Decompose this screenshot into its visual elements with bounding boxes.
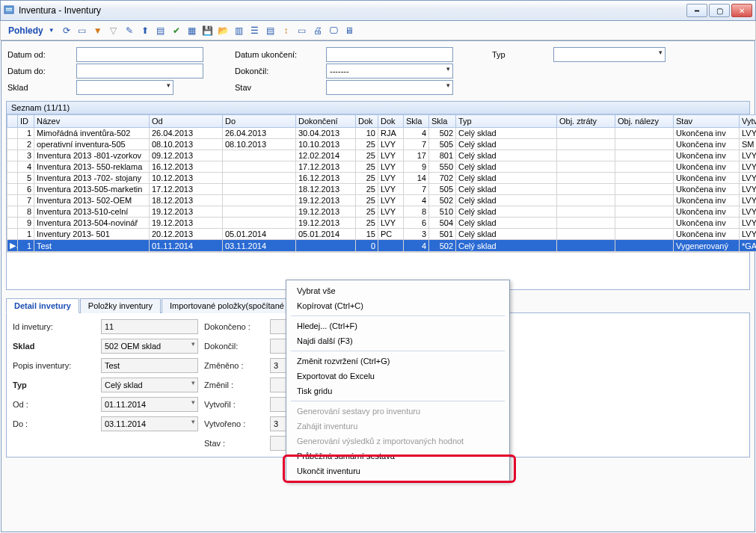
typ-detail-combo[interactable] [101, 378, 198, 392]
data-table[interactable]: IDNázevOdDoDokončeníDokDokSklaSklaTypObj… [7, 114, 756, 252]
label-sklad: Sklad [7, 83, 28, 92]
label-dokoncil: Dokončil: [235, 67, 268, 76]
label-popis: Popis inventury: [13, 361, 95, 370]
stav-combo[interactable] [326, 80, 453, 95]
table-row[interactable]: 5Inventura 2013 -702- stojany10.12.20131… [7, 173, 757, 184]
monitor-icon[interactable]: 🖥 [342, 24, 356, 37]
sort-icon[interactable]: ↕ [280, 24, 293, 37]
label-vytvoreno: Vytvořeno : [204, 419, 264, 428]
check-icon[interactable]: ✔ [170, 24, 183, 37]
col-header[interactable]: Dok [356, 115, 378, 128]
insert-icon[interactable]: ⬆ [138, 24, 152, 37]
table-row[interactable]: 7Inventura 2013- 502-OEM18.12.201319.12.… [7, 195, 757, 206]
preview-icon[interactable]: 🖵 [327, 24, 340, 37]
col-header[interactable]: Obj. ztráty [557, 115, 615, 128]
label-typ: Typ [492, 50, 505, 59]
label-typ-detail: Typ [13, 381, 95, 389]
window-title: Inventura - Inventury [19, 5, 101, 16]
col-header[interactable]: Obj. nálezy [615, 115, 674, 128]
titlebar: Inventura - Inventury ━ ▢ ✕ [0, 0, 756, 21]
table-row[interactable]: ▶ 1Test01.11.201403.11.2014 04502 Celý s… [7, 240, 757, 252]
edit-icon[interactable]: ✎ [123, 24, 136, 37]
doc-icon[interactable]: ▤ [154, 24, 168, 37]
label-vytvoril: Vytvořil : [204, 400, 264, 409]
table-row[interactable]: 9Inventura 2013-504-novinář19.12.201319.… [7, 218, 757, 229]
table-row[interactable]: 1Inventury 2013- 50120.12.201305.01.2014… [7, 229, 757, 240]
col-header[interactable]: Od [150, 115, 223, 128]
col-header[interactable]: Dokončení [296, 115, 356, 128]
grid: Seznam (11/11) IDNázevOdDoDokončeníDokDo… [6, 101, 750, 290]
col-header[interactable]: Vytv [740, 115, 757, 128]
rows-icon[interactable]: ☰ [248, 24, 262, 37]
do-detail-field[interactable] [101, 416, 198, 431]
ctx-tisk-gridu[interactable]: Tisk gridu [286, 383, 509, 398]
datum-ukonceni-input[interactable] [326, 47, 453, 62]
maximize-button[interactable]: ▢ [709, 4, 730, 17]
id-inventury-field[interactable] [101, 319, 198, 334]
datum-do-input[interactable] [76, 64, 203, 78]
minimize-button[interactable]: ━ [686, 4, 707, 17]
col-header[interactable]: Do [223, 115, 296, 128]
grid-title: Seznam (11/11) [7, 102, 749, 114]
save-icon[interactable]: 💾 [201, 24, 215, 37]
open-icon[interactable]: 📂 [217, 24, 230, 37]
filter-icon[interactable]: ▼ [91, 24, 105, 37]
label-stav-detail: Stav : [204, 439, 264, 448]
dokoncil-combo[interactable] [326, 64, 453, 78]
col-header[interactable]: ID [18, 115, 34, 128]
svg-rect-2 [6, 10, 12, 10]
sklad-combo[interactable] [76, 80, 173, 95]
table-row[interactable]: 8Inventura 2013-510-celní19.12.201319.12… [7, 206, 757, 218]
tab-detail[interactable]: Detail invetury [6, 298, 79, 313]
col-header[interactable]: Typ [456, 115, 557, 128]
table-row[interactable]: 4Inventura 2013- 550-reklama16.12.201317… [7, 161, 757, 173]
ctx-hledej[interactable]: Hledej... (Ctrl+F) [286, 318, 509, 333]
label-stav: Stav [235, 83, 251, 92]
views-menu[interactable]: Pohledy [5, 24, 46, 37]
print-icon[interactable]: 🖨 [311, 24, 325, 37]
table-row[interactable]: 6Inventura 2013-505-marketin17.12.201318… [7, 184, 757, 195]
label-zmeneno: Změněno : [204, 361, 264, 370]
ctx-export-excel[interactable]: Exportovat do Excelu [286, 369, 509, 383]
sklad-detail-combo[interactable] [101, 339, 198, 354]
label-od-detail: Od : [13, 400, 95, 409]
tab-import[interactable]: Importované položky(spočítané [162, 298, 292, 313]
col-header[interactable]: Stav [674, 115, 740, 128]
card-icon[interactable]: ▭ [295, 24, 309, 37]
ctx-najdi-dalsi[interactable]: Najdi další (F3) [286, 333, 509, 348]
funnel-icon[interactable]: ▽ [107, 24, 120, 37]
col-header[interactable]: Dok [378, 115, 404, 128]
close-button[interactable]: ✕ [731, 4, 752, 17]
typ-combo[interactable] [553, 47, 666, 62]
refresh-icon[interactable]: ⟳ [60, 24, 73, 37]
od-detail-field[interactable] [101, 397, 198, 412]
ctx-zahajit-inventuru: Zahájit inventuru [286, 419, 509, 434]
col-header[interactable]: Skla [404, 115, 429, 128]
table-row[interactable]: 3Inventura 2013 -801-vzorkov09.12.201312… [7, 150, 757, 161]
grid-icon[interactable]: ▥ [233, 24, 246, 37]
datum-od-input[interactable] [76, 47, 203, 62]
table-row[interactable]: 1Mimořádná inventůra-50226.04.201326.04.… [7, 128, 757, 139]
col-header[interactable]: Skla [429, 115, 456, 128]
app-icon [4, 4, 16, 16]
label-do-detail: Do : [13, 419, 95, 428]
col-header[interactable]: Název [34, 115, 150, 128]
svg-rect-1 [6, 8, 12, 9]
ctx-kopirovat[interactable]: Kopírovat (Ctrl+C) [286, 298, 509, 313]
tab-polozky[interactable]: Položky inventury [80, 298, 161, 313]
new-doc-icon[interactable]: ▭ [76, 24, 89, 37]
ctx-ukoncit-inventuru[interactable]: Ukončit inventuru [286, 463, 509, 478]
ctx-vybrat-vse[interactable]: Vybrat vše [286, 283, 509, 298]
list-icon[interactable]: ▦ [185, 24, 199, 37]
ctx-generovani-vysledku: Generování výsledků z importovaných hodn… [286, 434, 509, 449]
context-menu: Vybrat vše Kopírovat (Ctrl+C) Hledej... … [286, 280, 510, 482]
popis-field[interactable] [101, 358, 198, 373]
ctx-zmenit-rozvrzeni[interactable]: Změnit rozvržení (Ctrl+G) [286, 354, 509, 369]
table-row[interactable]: 2operativní inventura-50508.10.201308.10… [7, 139, 757, 150]
label-datum-od: Datum od: [7, 50, 46, 59]
label-sklad-detail: Sklad [13, 342, 95, 351]
label-datum-do: Datum do: [7, 67, 46, 76]
cols-icon[interactable]: ▤ [264, 24, 277, 37]
label-datum-ukonceni: Datum ukončení: [235, 50, 297, 59]
ctx-prubezna-sestava[interactable]: Průběžná sumární sestava [286, 449, 509, 463]
